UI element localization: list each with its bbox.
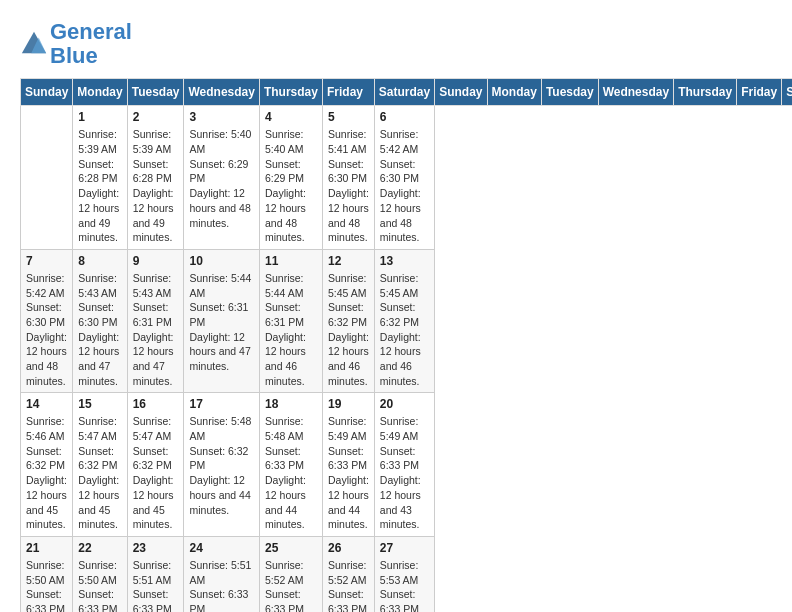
day-info: Sunrise: 5:43 AMSunset: 6:30 PMDaylight:…: [78, 271, 121, 389]
day-info: Sunrise: 5:40 AMSunset: 6:29 PMDaylight:…: [189, 127, 253, 230]
day-number: 26: [328, 541, 369, 555]
day-number: 19: [328, 397, 369, 411]
col-header-thursday: Thursday: [674, 79, 737, 106]
week-row-4: 21Sunrise: 5:50 AMSunset: 6:33 PMDayligh…: [21, 536, 793, 612]
calendar-cell: 24Sunrise: 5:51 AMSunset: 6:33 PMDayligh…: [184, 536, 259, 612]
calendar-cell: 10Sunrise: 5:44 AMSunset: 6:31 PMDayligh…: [184, 249, 259, 393]
calendar-cell: 14Sunrise: 5:46 AMSunset: 6:32 PMDayligh…: [21, 393, 73, 537]
header-thursday: Thursday: [259, 79, 322, 106]
header-tuesday: Tuesday: [127, 79, 184, 106]
calendar-cell: 8Sunrise: 5:43 AMSunset: 6:30 PMDaylight…: [73, 249, 127, 393]
day-info: Sunrise: 5:50 AMSunset: 6:33 PMDaylight:…: [78, 558, 121, 612]
calendar-cell: 27Sunrise: 5:53 AMSunset: 6:33 PMDayligh…: [374, 536, 434, 612]
day-info: Sunrise: 5:39 AMSunset: 6:28 PMDaylight:…: [133, 127, 179, 245]
header-friday: Friday: [322, 79, 374, 106]
calendar-header-row: SundayMondayTuesdayWednesdayThursdayFrid…: [21, 79, 793, 106]
week-row-2: 7Sunrise: 5:42 AMSunset: 6:30 PMDaylight…: [21, 249, 793, 393]
day-info: Sunrise: 5:53 AMSunset: 6:33 PMDaylight:…: [380, 558, 429, 612]
col-header-friday: Friday: [737, 79, 782, 106]
day-info: Sunrise: 5:45 AMSunset: 6:32 PMDaylight:…: [380, 271, 429, 389]
col-header-wednesday: Wednesday: [598, 79, 673, 106]
calendar-cell: 26Sunrise: 5:52 AMSunset: 6:33 PMDayligh…: [322, 536, 374, 612]
calendar-cell: 9Sunrise: 5:43 AMSunset: 6:31 PMDaylight…: [127, 249, 184, 393]
logo: General Blue: [20, 20, 132, 68]
day-number: 8: [78, 254, 121, 268]
col-header-sunday: Sunday: [435, 79, 487, 106]
calendar-cell: 20Sunrise: 5:49 AMSunset: 6:33 PMDayligh…: [374, 393, 434, 537]
day-info: Sunrise: 5:48 AMSunset: 6:32 PMDaylight:…: [189, 414, 253, 517]
calendar-cell: 22Sunrise: 5:50 AMSunset: 6:33 PMDayligh…: [73, 536, 127, 612]
day-number: 5: [328, 110, 369, 124]
day-info: Sunrise: 5:47 AMSunset: 6:32 PMDaylight:…: [133, 414, 179, 532]
day-number: 3: [189, 110, 253, 124]
day-info: Sunrise: 5:42 AMSunset: 6:30 PMDaylight:…: [380, 127, 429, 245]
day-number: 17: [189, 397, 253, 411]
day-number: 11: [265, 254, 317, 268]
header-monday: Monday: [73, 79, 127, 106]
day-info: Sunrise: 5:40 AMSunset: 6:29 PMDaylight:…: [265, 127, 317, 245]
calendar-cell: 4Sunrise: 5:40 AMSunset: 6:29 PMDaylight…: [259, 106, 322, 250]
day-info: Sunrise: 5:45 AMSunset: 6:32 PMDaylight:…: [328, 271, 369, 389]
calendar-cell: 11Sunrise: 5:44 AMSunset: 6:31 PMDayligh…: [259, 249, 322, 393]
day-number: 27: [380, 541, 429, 555]
day-number: 14: [26, 397, 67, 411]
calendar-cell: 17Sunrise: 5:48 AMSunset: 6:32 PMDayligh…: [184, 393, 259, 537]
day-number: 21: [26, 541, 67, 555]
header-sunday: Sunday: [21, 79, 73, 106]
calendar-cell: 5Sunrise: 5:41 AMSunset: 6:30 PMDaylight…: [322, 106, 374, 250]
day-number: 6: [380, 110, 429, 124]
calendar-cell: 18Sunrise: 5:48 AMSunset: 6:33 PMDayligh…: [259, 393, 322, 537]
day-info: Sunrise: 5:44 AMSunset: 6:31 PMDaylight:…: [189, 271, 253, 374]
logo-icon: [20, 30, 48, 58]
calendar-table: SundayMondayTuesdayWednesdayThursdayFrid…: [20, 78, 792, 612]
calendar-cell: 13Sunrise: 5:45 AMSunset: 6:32 PMDayligh…: [374, 249, 434, 393]
calendar-cell: 23Sunrise: 5:51 AMSunset: 6:33 PMDayligh…: [127, 536, 184, 612]
day-number: 4: [265, 110, 317, 124]
day-number: 7: [26, 254, 67, 268]
day-number: 10: [189, 254, 253, 268]
day-number: 2: [133, 110, 179, 124]
col-header-tuesday: Tuesday: [541, 79, 598, 106]
day-info: Sunrise: 5:49 AMSunset: 6:33 PMDaylight:…: [328, 414, 369, 532]
day-info: Sunrise: 5:42 AMSunset: 6:30 PMDaylight:…: [26, 271, 67, 389]
day-number: 24: [189, 541, 253, 555]
day-number: 23: [133, 541, 179, 555]
day-info: Sunrise: 5:51 AMSunset: 6:33 PMDaylight:…: [133, 558, 179, 612]
day-info: Sunrise: 5:49 AMSunset: 6:33 PMDaylight:…: [380, 414, 429, 532]
calendar-cell: 25Sunrise: 5:52 AMSunset: 6:33 PMDayligh…: [259, 536, 322, 612]
day-info: Sunrise: 5:48 AMSunset: 6:33 PMDaylight:…: [265, 414, 317, 532]
calendar-cell: 15Sunrise: 5:47 AMSunset: 6:32 PMDayligh…: [73, 393, 127, 537]
calendar-cell: 21Sunrise: 5:50 AMSunset: 6:33 PMDayligh…: [21, 536, 73, 612]
calendar-cell: 3Sunrise: 5:40 AMSunset: 6:29 PMDaylight…: [184, 106, 259, 250]
day-info: Sunrise: 5:52 AMSunset: 6:33 PMDaylight:…: [328, 558, 369, 612]
day-info: Sunrise: 5:51 AMSunset: 6:33 PMDaylight:…: [189, 558, 253, 612]
day-number: 1: [78, 110, 121, 124]
day-info: Sunrise: 5:44 AMSunset: 6:31 PMDaylight:…: [265, 271, 317, 389]
day-number: 13: [380, 254, 429, 268]
day-info: Sunrise: 5:39 AMSunset: 6:28 PMDaylight:…: [78, 127, 121, 245]
calendar-cell: 6Sunrise: 5:42 AMSunset: 6:30 PMDaylight…: [374, 106, 434, 250]
header-wednesday: Wednesday: [184, 79, 259, 106]
day-number: 20: [380, 397, 429, 411]
day-number: 25: [265, 541, 317, 555]
calendar-cell: [21, 106, 73, 250]
week-row-3: 14Sunrise: 5:46 AMSunset: 6:32 PMDayligh…: [21, 393, 793, 537]
col-header-monday: Monday: [487, 79, 541, 106]
calendar-cell: 12Sunrise: 5:45 AMSunset: 6:32 PMDayligh…: [322, 249, 374, 393]
page-header: General Blue: [20, 20, 772, 68]
day-info: Sunrise: 5:47 AMSunset: 6:32 PMDaylight:…: [78, 414, 121, 532]
week-row-1: 1Sunrise: 5:39 AMSunset: 6:28 PMDaylight…: [21, 106, 793, 250]
calendar-cell: 16Sunrise: 5:47 AMSunset: 6:32 PMDayligh…: [127, 393, 184, 537]
day-number: 22: [78, 541, 121, 555]
day-info: Sunrise: 5:43 AMSunset: 6:31 PMDaylight:…: [133, 271, 179, 389]
calendar-cell: 2Sunrise: 5:39 AMSunset: 6:28 PMDaylight…: [127, 106, 184, 250]
header-saturday: Saturday: [374, 79, 434, 106]
calendar-cell: 7Sunrise: 5:42 AMSunset: 6:30 PMDaylight…: [21, 249, 73, 393]
day-number: 16: [133, 397, 179, 411]
logo-text: General Blue: [50, 20, 132, 68]
day-info: Sunrise: 5:41 AMSunset: 6:30 PMDaylight:…: [328, 127, 369, 245]
day-number: 18: [265, 397, 317, 411]
calendar-cell: 19Sunrise: 5:49 AMSunset: 6:33 PMDayligh…: [322, 393, 374, 537]
day-number: 9: [133, 254, 179, 268]
day-number: 12: [328, 254, 369, 268]
